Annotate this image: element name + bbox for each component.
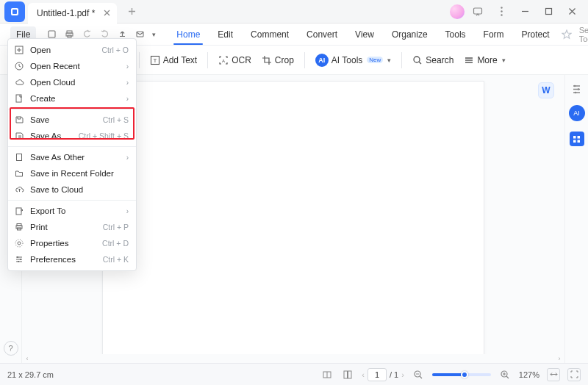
window-maximize-button[interactable] — [538, 3, 559, 21]
ai-sidebar-button[interactable]: AI — [569, 105, 585, 121]
svg-point-16 — [414, 57, 420, 62]
svg-point-28 — [20, 259, 21, 260]
tab-comment[interactable]: Comment — [242, 25, 298, 44]
zoom-in-icon[interactable] — [498, 368, 512, 381]
export-icon — [14, 206, 24, 215]
ai-new-badge: New — [367, 57, 383, 63]
feedback-icon[interactable] — [467, 3, 488, 21]
apps-sidebar-button[interactable] — [570, 132, 584, 146]
page-dimensions: 21 x 29.7 cm — [7, 370, 54, 379]
kebab-menu-icon[interactable] — [491, 3, 512, 21]
svg-point-26 — [15, 240, 23, 247]
svg-rect-20 — [17, 154, 22, 161]
more-button[interactable]: More ▾ — [464, 55, 505, 65]
page-number-input[interactable] — [368, 368, 387, 381]
file-dropdown-menu: Open Ctrl + O Open Recent › Open Cloud ›… — [7, 38, 137, 271]
menu-create[interactable]: Create › — [8, 90, 136, 107]
menu-print[interactable]: Print Ctrl + P — [8, 219, 136, 235]
cloud-upload-icon — [14, 185, 24, 194]
menu-properties[interactable]: Properties Ctrl + D — [8, 235, 136, 251]
star-icon[interactable] — [562, 29, 572, 40]
tab-view[interactable]: View — [346, 25, 383, 44]
svg-point-30 — [574, 85, 576, 87]
svg-rect-19 — [16, 95, 21, 102]
menu-open-cloud[interactable]: Open Cloud › — [8, 74, 136, 90]
help-button[interactable]: ? — [4, 341, 18, 356]
search-label: Search — [426, 55, 453, 65]
zoom-slider[interactable] — [432, 373, 491, 376]
svg-rect-39 — [348, 371, 352, 378]
tab-organize[interactable]: Organize — [383, 25, 437, 44]
plus-box-icon — [14, 46, 24, 54]
page-icon — [14, 153, 24, 162]
svg-rect-36 — [578, 140, 581, 143]
crop-button[interactable]: Crop — [262, 55, 294, 65]
read-mode-icon[interactable] — [320, 368, 334, 381]
ocr-button[interactable]: A OCR — [218, 55, 251, 65]
svg-rect-38 — [344, 371, 348, 378]
svg-point-25 — [18, 242, 21, 245]
menu-open[interactable]: Open Ctrl + O — [8, 42, 136, 58]
ai-tools-button[interactable]: AI AI Tools New ▾ — [315, 54, 391, 67]
svg-rect-21 — [16, 208, 21, 215]
ocr-label: OCR — [232, 55, 251, 65]
folder-icon — [14, 169, 24, 178]
svg-text:T: T — [153, 57, 157, 64]
tab-convert[interactable]: Convert — [298, 25, 346, 44]
save-icon — [14, 115, 24, 124]
cloud-icon — [14, 78, 24, 87]
next-page-icon[interactable]: › — [401, 370, 404, 379]
view-mode-icon[interactable] — [341, 368, 354, 381]
qat-overflow-icon[interactable]: ▾ — [152, 31, 156, 38]
chevron-right-icon: › — [126, 95, 129, 103]
title-bar: Untitled-1.pdf * — [0, 0, 588, 24]
search-button[interactable]: Search — [412, 55, 453, 65]
chevron-right-icon: › — [126, 154, 129, 162]
tab-tools[interactable]: Tools — [437, 25, 475, 44]
user-avatar[interactable] — [450, 4, 465, 19]
horizontal-scrollbar[interactable]: ‹ › — [22, 354, 564, 363]
ai-badge-icon: AI — [315, 54, 329, 67]
svg-point-4 — [501, 10, 502, 12]
menu-save-as-other[interactable]: Save As Other › — [8, 149, 136, 165]
print-icon — [14, 223, 24, 231]
menu-save-to-cloud[interactable]: Save to Cloud — [8, 181, 136, 198]
save-as-icon — [14, 132, 24, 140]
new-tab-button[interactable] — [123, 3, 140, 21]
add-text-button[interactable]: T Add Text — [150, 55, 197, 65]
gear-icon — [14, 239, 24, 248]
close-tab-icon[interactable] — [101, 7, 112, 19]
zoom-level[interactable]: 127% — [519, 370, 539, 379]
tab-protect[interactable]: Protect — [513, 25, 559, 44]
main-tabs: Home Edit Comment Convert View Organize … — [168, 25, 558, 44]
svg-point-31 — [578, 88, 580, 90]
document-tab[interactable]: Untitled-1.pdf * — [28, 3, 117, 24]
right-sidebar: AI — [564, 75, 588, 363]
fullscreen-icon[interactable] — [567, 368, 581, 381]
menu-save[interactable]: Save Ctrl + S — [8, 112, 136, 128]
menu-save-recent-folder[interactable]: Save in Recent Folder — [8, 165, 136, 181]
svg-rect-34 — [578, 136, 581, 139]
chevron-right-icon: › — [126, 62, 129, 71]
tab-edit[interactable]: Edit — [209, 25, 242, 44]
window-minimize-button[interactable] — [514, 3, 535, 21]
panel-toggle-icon[interactable] — [571, 84, 582, 95]
prev-page-icon[interactable]: ‹ — [362, 370, 365, 379]
svg-point-29 — [18, 261, 19, 262]
document-page — [102, 81, 484, 357]
menu-open-recent[interactable]: Open Recent › — [8, 58, 136, 74]
menu-preferences[interactable]: Preferences Ctrl + K — [8, 251, 136, 267]
zoom-out-icon[interactable] — [412, 368, 425, 381]
tab-form[interactable]: Form — [475, 25, 513, 44]
menu-export-to[interactable]: Export To › — [8, 203, 136, 219]
fit-width-icon[interactable] — [547, 368, 560, 381]
menu-save-as[interactable]: Save As Ctrl + Shift + S — [8, 128, 136, 144]
tab-home[interactable]: Home — [168, 25, 209, 44]
window-close-button[interactable] — [562, 3, 582, 21]
scroll-right-icon[interactable]: › — [554, 355, 564, 362]
page-navigator: ‹ / 1 › — [362, 368, 404, 381]
word-mode-button[interactable]: W — [538, 82, 554, 98]
search-tools[interactable]: Search Tools — [579, 26, 588, 43]
scroll-left-icon[interactable]: ‹ — [22, 355, 32, 362]
chevron-down-icon: ▾ — [502, 57, 506, 64]
